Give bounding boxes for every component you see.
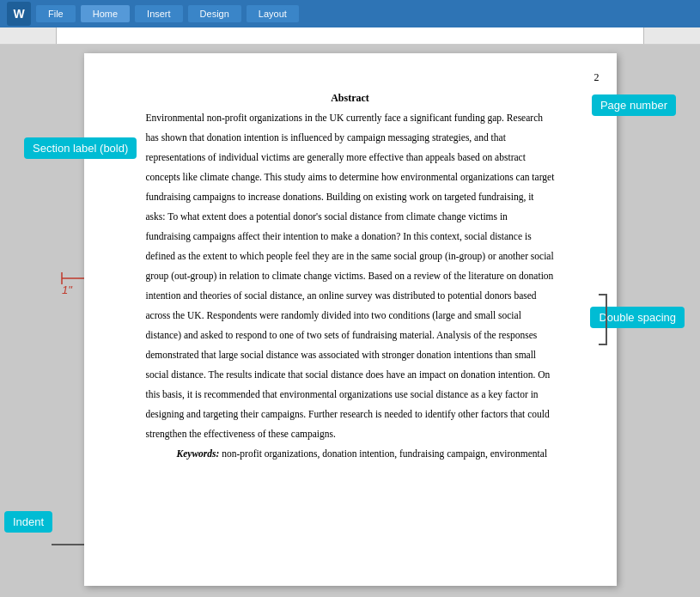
tab-design[interactable]: Design: [188, 5, 241, 22]
word-icon: W: [7, 2, 31, 26]
one-inch-label: 1": [62, 283, 72, 296]
main-area: 2 Abstract Environmental non-profit orga…: [0, 45, 700, 597]
tab-file[interactable]: File: [36, 5, 76, 22]
ruler-inner: [56, 27, 644, 44]
document-page: 2 Abstract Environmental non-profit orga…: [84, 53, 617, 586]
page-number: 2: [594, 67, 600, 88]
section-label-annotation: Section label (bold): [24, 137, 137, 159]
tab-layout[interactable]: Layout: [247, 5, 299, 22]
abstract-title: Abstract: [146, 88, 555, 108]
keywords-label: Keywords:: [177, 448, 220, 459]
keywords-text: non-profit organizations, donation inten…: [219, 448, 547, 459]
page-number-annotation: Page number: [592, 94, 676, 116]
tab-insert[interactable]: Insert: [135, 5, 183, 22]
title-bar: W File Home Insert Design Layout: [0, 0, 700, 27]
abstract-body: Environmental non-profit organizations i…: [146, 108, 555, 444]
word-letter: W: [13, 7, 24, 21]
keywords-line: Keywords: non-profit organizations, dona…: [146, 444, 555, 464]
indent-annotation: Indent: [4, 511, 52, 533]
ruler: [0, 27, 700, 45]
double-spacing-bracket: [599, 294, 607, 345]
tab-home[interactable]: Home: [81, 5, 130, 22]
